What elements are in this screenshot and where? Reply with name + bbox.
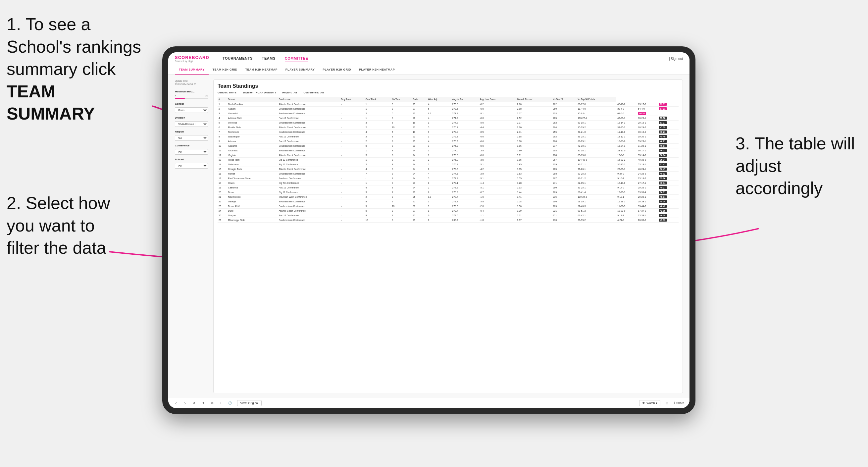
table-row: 9ArizonaPac-12 Conference-28234276.3-6.6… [218, 139, 679, 144]
nav-tournaments[interactable]: TOURNAMENTS [222, 55, 253, 62]
nav-items: TOURNAMENTS TEAMS COMMITTEE [222, 55, 659, 62]
watch-btn[interactable]: 👁 Watch ▾ [639, 400, 660, 406]
col-avg-low: Avg. Low Score [478, 97, 516, 102]
col-overall: Overall Record [516, 97, 552, 102]
toolbar-plus[interactable]: + [219, 401, 223, 405]
top-nav: SCOREBOARD Powered by clippi TOURNAMENTS… [168, 52, 689, 65]
gender-label: Gender [175, 102, 208, 105]
toolbar-back[interactable]: ◁ [174, 401, 179, 405]
instruction-1: 1. To see a School's rankings summary cl… [7, 13, 146, 125]
score-badge: 35.06 [659, 177, 666, 180]
bottom-toolbar: ◁ ▷ ↺ ⬆ ⧉ + 🕐 View: Original 👁 Watch ▾ ⊞… [168, 398, 689, 408]
table-row: 4Arizona StatePac-12 Conference-18264274… [218, 116, 679, 121]
table-row: 18IllinoisBig Ten Conference-18231279.1-… [218, 181, 679, 185]
table-row: 19CaliforniaPac-12 Conference-48242278.2… [218, 185, 679, 190]
conference-filter: Conference (All) [175, 144, 208, 155]
school-label: School [175, 158, 208, 161]
region-select[interactable]: N/A [175, 135, 208, 141]
table-row: 17East Tennessee StateSouthern Conferenc… [218, 176, 679, 181]
logo-area: SCOREBOARD Powered by clippi [175, 55, 209, 62]
min-rou-label: Minimum Rou... [175, 90, 208, 93]
gender-select[interactable]: Men's [175, 107, 208, 113]
score-badge: 45.02 [659, 172, 666, 175]
region-filter-display: Region: All [282, 91, 297, 94]
filters-panel: Update time: 27/03/2024 16:56:26 Minimum… [175, 80, 208, 393]
conference-label: Conference [175, 144, 208, 147]
slider-fill [175, 98, 185, 99]
score-badge: 48.84 [659, 195, 666, 198]
nav-committee[interactable]: COMMITTEE [285, 55, 308, 62]
tab-team-h2h-grid[interactable]: TEAM H2H GRID [209, 65, 241, 74]
min-rou-slider[interactable]: 4 30 [175, 94, 208, 99]
table-row: 24DukeAtlantic Coast Conference-59271279… [218, 209, 679, 213]
table-row: 11ArkansasSoutheastern Conference-182432… [218, 148, 679, 153]
tab-team-summary[interactable]: TEAM SUMMARY [175, 65, 209, 74]
col-conf-rank: Conf Rank [365, 97, 391, 102]
toolbar-grid[interactable]: ⊞ [664, 401, 670, 405]
table-row: 14OklahomaBig 12 Conference-28242276.9-5… [218, 162, 679, 167]
conference-select[interactable]: (All) [175, 149, 208, 155]
standings-filters-row: Gender: Men's Division: NCAA Division I … [218, 91, 679, 94]
table-row: 15Georgia TechAtlantic Coast Conference-… [218, 167, 679, 172]
nav-teams[interactable]: TEAMS [262, 55, 276, 62]
toolbar-copy[interactable]: ⧉ [210, 401, 215, 406]
table-row: 1North CarolinaAtlantic Coast Conference… [218, 102, 679, 107]
division-filter-display: Division: NCAA Division I [243, 91, 276, 94]
instruction-2: 2. Select how you want to filter the dat… [7, 192, 110, 259]
score-badge: 47.39 [659, 126, 666, 129]
share-label: Share [676, 401, 684, 405]
col-school: School [227, 97, 278, 102]
table-row: 2AuburnSoutheastern Conference-19276273.… [218, 107, 679, 111]
col-avg-to-par: Avg. to Par [452, 97, 479, 102]
score-badge: 40.34 [659, 182, 666, 185]
score-badge: 87.21 [659, 107, 666, 110]
gender-filter: Gender Men's [175, 102, 208, 113]
gender-filter-display: Gender: Men's [218, 91, 237, 94]
score-badge: 40.04 [659, 145, 666, 147]
score-badge: 38.84 [659, 154, 666, 157]
slider-bar [175, 98, 208, 99]
toolbar-reload[interactable]: ↺ [191, 401, 197, 405]
main-content: Update time: 27/03/2024 16:56:26 Minimum… [168, 75, 689, 398]
score-badge: 40.38 [659, 214, 666, 217]
tab-player-summary[interactable]: PLAYER SUMMARY [281, 65, 319, 74]
school-select[interactable]: (All) [175, 163, 208, 168]
score-badge: 36.47 [659, 167, 666, 170]
score-badge: 48.42 [659, 205, 666, 208]
table-row: 26Mississippi StateSoutheastern Conferen… [218, 218, 679, 223]
tab-player-h2h-heatmap[interactable]: PLAYER H2H HEATMAP [355, 65, 399, 74]
score-badge: 49.13 [659, 219, 666, 222]
table-row: 5Ole MissSoutheastern Conference-3618127… [218, 121, 679, 125]
share-btn[interactable]: ⤴ Share [674, 401, 684, 405]
division-label: Division [175, 116, 208, 119]
col-wins: Wins Adj. [427, 97, 451, 102]
col-reg-rank: Reg Rank [340, 97, 364, 102]
standings-title: Team Standings [218, 83, 679, 89]
toolbar-clock[interactable]: 🕐 [227, 401, 233, 405]
division-select[interactable]: NCAA Division I [175, 121, 208, 127]
logo-sub: Powered by clippi [175, 60, 209, 62]
school-filter: School (All) [175, 158, 208, 168]
instruction-3: 3. The table will adjust accordingly [736, 132, 861, 200]
score-badge: 48.54 [659, 200, 666, 203]
table-row: 3VanderbiltSoutheastern Conference-25236… [218, 111, 679, 116]
division-filter: Division NCAA Division I [175, 116, 208, 127]
score-badge: 46.21 [659, 130, 666, 133]
region-label: Region [175, 130, 208, 133]
region-filter: Region N/A [175, 130, 208, 141]
col-rnds: Rnds [412, 97, 427, 102]
tab-player-h2h-grid[interactable]: PLAYER H2H GRID [318, 65, 355, 74]
view-original-btn[interactable]: View: Original [237, 400, 261, 406]
standings-area: Team Standings Gender: Men's Division: N… [213, 80, 683, 393]
toolbar-share-small[interactable]: ⬆ [201, 401, 206, 405]
tablet-frame: SCOREBOARD Powered by clippi TOURNAMENTS… [162, 46, 695, 414]
slider-labels: 4 30 [175, 94, 208, 97]
tab-team-h2h-heatmap[interactable]: TEAM H2H HEATMAP [241, 65, 281, 74]
minimum-rou-filter: Minimum Rou... 4 30 [175, 90, 208, 99]
table-row: 6Florida StateAtlantic Coast Conference-… [218, 125, 679, 130]
table-row: 25OregonPac-12 Conference-97210279.5-1.1… [218, 213, 679, 218]
standings-table: # School Conference Reg Rank Conf Rank N… [218, 97, 679, 223]
toolbar-forward[interactable]: ▷ [183, 401, 187, 405]
table-row: 12VirginiaAtlantic Coast Conference-3824… [218, 153, 679, 158]
sign-out-link[interactable]: | Sign out [669, 57, 683, 61]
